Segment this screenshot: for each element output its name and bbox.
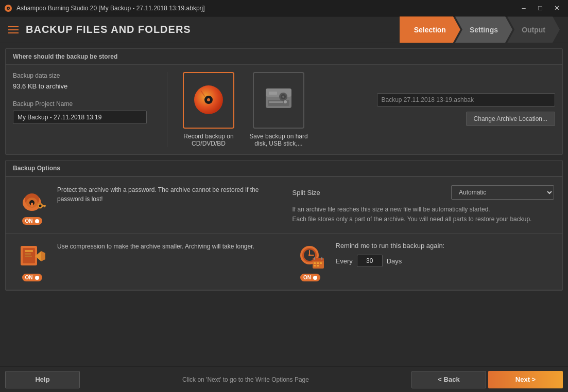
disc-option-label: Record backup on CD/DVD/BD bbox=[178, 133, 239, 147]
project-name-label: Backup Project Name bbox=[13, 100, 157, 108]
storage-section-title: Where should the backup be stored bbox=[6, 49, 562, 65]
svg-rect-24 bbox=[44, 205, 45, 207]
app-icon bbox=[4, 4, 12, 12]
password-icon-area: ON bbox=[14, 185, 50, 225]
page-title: BACKUP FILES AND FOLDERS bbox=[26, 24, 191, 35]
reminder-option-cell: ON Remind me to run this backup again: E… bbox=[284, 234, 563, 290]
change-archive-button[interactable]: Change Archive Location... bbox=[466, 112, 555, 126]
nav-selection-label: Selection bbox=[414, 26, 446, 34]
reminder-content: Remind me to run this backup again: Ever… bbox=[336, 242, 445, 267]
hdd-option-icon bbox=[253, 72, 304, 129]
storage-left: Backup data size 93.6 KB to archive Back… bbox=[13, 72, 167, 147]
password-icon bbox=[16, 185, 47, 214]
storage-section: Where should the backup be stored Backup… bbox=[5, 48, 563, 155]
storage-option-disc[interactable]: Record backup on CD/DVD/BD bbox=[178, 72, 239, 147]
compression-option-text: Use compression to make the archive smal… bbox=[57, 242, 276, 251]
reminder-icon bbox=[295, 242, 326, 271]
nav-output-label: Output bbox=[522, 26, 545, 34]
next-button[interactable]: Next > bbox=[488, 371, 563, 388]
footer-nav-buttons: < Back Next > bbox=[411, 371, 563, 388]
reminder-header: Remind me to run this backup again: bbox=[336, 242, 445, 250]
storage-options: Record backup on CD/DVD/BD bbox=[167, 72, 367, 147]
password-description: Protect the archive with a password. The… bbox=[57, 185, 276, 204]
svg-rect-47 bbox=[317, 265, 319, 266]
password-toggle-label: ON bbox=[25, 218, 33, 224]
svg-rect-13 bbox=[269, 92, 277, 95]
options-grid: ON Protect the archive with a password. … bbox=[6, 176, 562, 290]
svg-point-22 bbox=[39, 205, 42, 207]
nav-settings[interactable]: Settings bbox=[455, 16, 512, 43]
window-controls: – □ ✕ bbox=[517, 3, 564, 13]
backup-size-value: 93.6 KB to archive bbox=[13, 82, 157, 90]
svg-rect-44 bbox=[317, 262, 319, 264]
footer-hint: Click on 'Next' to go to the Write Optio… bbox=[80, 376, 411, 383]
split-size-cell: Split Size Automatic None 700 MB (CD) 4.… bbox=[284, 177, 563, 234]
reminder-toggle[interactable]: ON bbox=[300, 274, 320, 281]
svg-rect-45 bbox=[320, 262, 322, 264]
menu-icon[interactable] bbox=[8, 26, 19, 33]
nav-selection[interactable]: Selection bbox=[400, 16, 460, 43]
password-option-text: Protect the archive with a password. The… bbox=[57, 185, 276, 204]
password-option-cell: ON Protect the archive with a password. … bbox=[6, 177, 284, 234]
compression-option-cell: ON Use compression to make the archive s… bbox=[6, 234, 284, 290]
compression-description: Use compression to make the archive smal… bbox=[57, 242, 276, 251]
toggle-dot bbox=[35, 219, 39, 223]
footer: Help Click on 'Next' to go to the Write … bbox=[0, 366, 568, 392]
split-size-select[interactable]: Automatic None 700 MB (CD) 4.7 GB (DVD) … bbox=[451, 185, 554, 200]
svg-rect-29 bbox=[25, 253, 31, 255]
svg-rect-25 bbox=[42, 205, 43, 207]
reminder-icon-area: ON bbox=[292, 242, 329, 281]
close-button[interactable]: ✕ bbox=[549, 3, 564, 13]
reminder-days-input[interactable] bbox=[357, 255, 383, 267]
password-toggle[interactable]: ON bbox=[22, 217, 42, 225]
nav-settings-label: Settings bbox=[470, 26, 498, 34]
compression-toggle-label: ON bbox=[25, 275, 33, 280]
backup-options-title: Backup Options bbox=[6, 161, 562, 176]
window-title: Ashampoo Burning Studio 20 [My Backup - … bbox=[16, 5, 205, 12]
header-left: BACKUP FILES AND FOLDERS bbox=[8, 24, 191, 35]
svg-rect-28 bbox=[25, 250, 33, 252]
compression-toggle[interactable]: ON bbox=[22, 274, 42, 281]
svg-rect-41 bbox=[314, 257, 315, 260]
disc-svg bbox=[191, 77, 227, 123]
nav-output[interactable]: Output bbox=[507, 16, 560, 43]
help-button[interactable]: Help bbox=[5, 371, 80, 388]
svg-point-5 bbox=[207, 98, 210, 101]
title-bar: Ashampoo Burning Studio 20 [My Backup - … bbox=[0, 0, 568, 16]
backup-size-label: Backup data size bbox=[13, 72, 157, 79]
app-header: BACKUP FILES AND FOLDERS Selection Setti… bbox=[0, 16, 568, 43]
hdd-svg bbox=[261, 77, 297, 123]
split-size-row: Split Size Automatic None 700 MB (CD) 4.… bbox=[292, 185, 555, 224]
svg-rect-14 bbox=[269, 101, 283, 103]
split-size-label: Split Size bbox=[292, 189, 444, 197]
split-size-header: Split Size Automatic None 700 MB (CD) 4.… bbox=[292, 185, 555, 200]
title-bar-left: Ashampoo Burning Studio 20 [My Backup - … bbox=[4, 4, 205, 12]
every-label: Every bbox=[336, 257, 353, 265]
svg-rect-46 bbox=[314, 265, 316, 266]
svg-point-15 bbox=[284, 100, 287, 103]
hdd-option-label: Save backup on hard disk, USB stick,... bbox=[248, 133, 309, 147]
main-content: Where should the backup be stored Backup… bbox=[0, 43, 568, 366]
archive-filename-input[interactable] bbox=[377, 93, 556, 106]
days-label: Days bbox=[387, 257, 402, 265]
reminder-toggle-dot bbox=[313, 276, 317, 280]
svg-point-12 bbox=[282, 96, 284, 98]
back-button[interactable]: < Back bbox=[411, 371, 486, 388]
compression-icon-area: ON bbox=[14, 242, 50, 281]
reminder-controls: Every Days bbox=[336, 255, 445, 267]
storage-option-hdd[interactable]: Save backup on hard disk, USB stick,... bbox=[248, 72, 309, 147]
header-nav: Selection Settings Output bbox=[400, 16, 560, 43]
storage-section-body: Backup data size 93.6 KB to archive Back… bbox=[6, 65, 562, 154]
split-size-description: If an archive file reaches this size a n… bbox=[292, 205, 532, 224]
svg-point-38 bbox=[308, 254, 311, 256]
disc-option-icon bbox=[183, 72, 234, 129]
svg-rect-42 bbox=[321, 257, 322, 260]
compress-icon bbox=[16, 242, 47, 271]
svg-point-2 bbox=[8, 8, 9, 9]
project-name-input[interactable] bbox=[13, 111, 147, 124]
svg-marker-32 bbox=[41, 251, 45, 261]
minimize-button[interactable]: – bbox=[517, 3, 531, 13]
backup-options-section: Backup Options bbox=[5, 160, 563, 291]
svg-rect-30 bbox=[25, 256, 32, 257]
maximize-button[interactable]: □ bbox=[533, 3, 547, 13]
